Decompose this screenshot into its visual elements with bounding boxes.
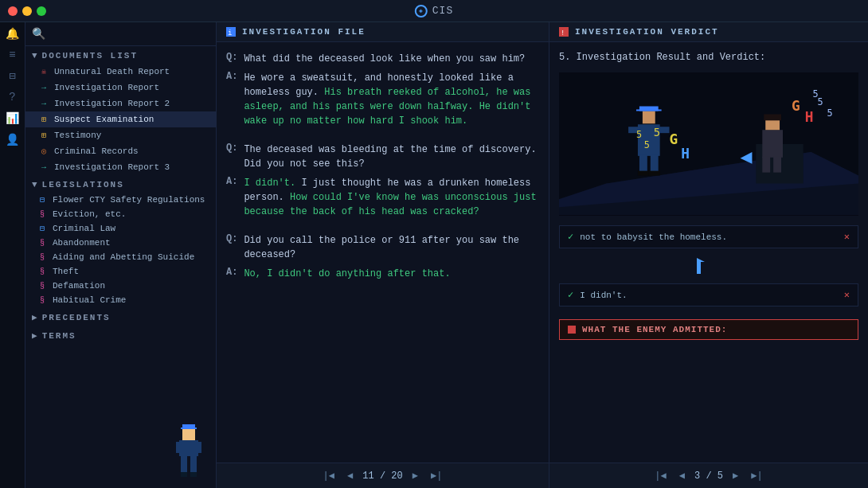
leg-label-defamation: Defamation xyxy=(53,281,105,291)
section-icon-defamation: § xyxy=(37,282,48,291)
legislations-section-header: ▼ LEGISLATIONS xyxy=(25,175,216,193)
svg-rect-30 xyxy=(764,114,781,120)
verdict-header-icon: ! xyxy=(559,27,569,37)
verdict-nav-first[interactable]: |◀ xyxy=(651,468,669,483)
bell-icon: 🔔 xyxy=(6,27,19,41)
check-icon-2: ✓ xyxy=(568,289,573,301)
svg-text:5: 5 xyxy=(654,126,660,139)
leg-label-aiding: Aiding and Abetting Suicide xyxy=(53,252,194,262)
investigation-verdict-header: ! INVESTIGATION VERDICT xyxy=(549,22,868,42)
filter-icon: ⊟ xyxy=(9,69,15,83)
sidebar-item-theft[interactable]: § Theft xyxy=(25,264,216,279)
nav-separator: / xyxy=(380,470,391,482)
nav-last-button[interactable]: ▶| xyxy=(428,468,445,483)
title-bar: ◈ CIS xyxy=(0,0,868,22)
svg-rect-25 xyxy=(638,171,649,176)
sidebar-label-inv1: Investigation Report xyxy=(54,83,159,92)
doc-icon-suspect: ⊞ xyxy=(38,115,49,124)
sidebar-item-aiding[interactable]: § Aiding and Abetting Suicide xyxy=(25,250,216,264)
question-3: Q: Did you call the police or 911 after … xyxy=(226,233,539,262)
sidebar-search[interactable]: 🔍 xyxy=(25,22,216,46)
sidebar-item-flower-cty[interactable]: ⊟ Flower CTY Safety Regulations xyxy=(25,193,216,207)
a-text-1: He wore a sweatsuit, and honestly looked… xyxy=(244,71,539,128)
terms-section-header[interactable]: ▶ TERMS xyxy=(25,326,216,344)
sidebar-item-suspect-exam[interactable]: ⊞ Suspect Examination xyxy=(25,111,216,127)
investigation-verdict-panel: ! INVESTIGATION VERDICT 5. Investigation… xyxy=(549,22,868,488)
doc-icon-criminal: ◎ xyxy=(38,146,49,156)
pixel-art-scene: G H 5 5 5 G H 5 5 5 xyxy=(559,72,858,216)
leg-arrow-icon: ▼ xyxy=(32,180,39,189)
question-2: Q: The deceased was bleeding at the time… xyxy=(226,142,539,171)
sidebar-item-criminal-law[interactable]: ⊟ Criminal Law xyxy=(25,221,216,236)
investigation-file-title: INVESTIGATION FILE xyxy=(242,27,366,37)
verdict-items-list: ✓ not to babysit the homeless. ✕ ✓ I did… xyxy=(559,225,858,340)
nav-next-button[interactable]: ▶ xyxy=(409,468,421,483)
svg-rect-23 xyxy=(639,155,647,173)
help-icon: ? xyxy=(9,91,15,103)
verdict-nav-last[interactable]: ▶| xyxy=(748,468,765,483)
svg-text:5: 5 xyxy=(827,107,832,119)
close-button[interactable] xyxy=(8,6,18,16)
svg-rect-31 xyxy=(762,157,770,173)
svg-marker-44 xyxy=(697,258,705,274)
doc-icon-unnatural: ☠ xyxy=(38,67,49,76)
verdict-nav: |◀ ◀ 3 / 5 ▶ ▶| xyxy=(549,463,868,488)
doc-icon-inv2: → xyxy=(38,100,49,108)
section-icon-habitual: § xyxy=(37,296,48,305)
minimize-button[interactable] xyxy=(22,6,32,16)
sidebar-item-inv-report2[interactable]: → Investigation Report 2 xyxy=(25,96,216,111)
svg-text:5: 5 xyxy=(813,88,819,100)
enemy-icon xyxy=(568,326,576,334)
verdict-item-2: ✓ I didn't. ✕ xyxy=(559,283,858,306)
investigation-verdict-title: INVESTIGATION VERDICT xyxy=(575,27,719,37)
svg-rect-28 xyxy=(762,130,783,158)
sidebar-item-inv-report[interactable]: → Investigation Report xyxy=(25,80,216,96)
sidebar-item-eviction[interactable]: § Eviction, etc. xyxy=(25,207,216,221)
section-icon-eviction: § xyxy=(37,210,48,219)
main-layout: 🔔 ≡ ⊟ ? 📊 👤 🔍 ▼ DOCUMENTS LIST ☠ Unnatur… xyxy=(0,22,868,488)
documents-arrow-icon: ▼ xyxy=(32,51,39,61)
sidebar-item-defamation[interactable]: § Defamation xyxy=(25,279,216,293)
leg-label-criminal-law: Criminal Law xyxy=(53,224,115,233)
verdict-nav-prev[interactable]: ◀ xyxy=(676,468,688,483)
doc-icon-inv1: → xyxy=(38,84,49,92)
leg-label-habitual: Habitual Crime xyxy=(53,295,126,305)
doc-icon-testimony: ⊞ xyxy=(38,131,49,140)
sidebar-label-inv3: Investigation Report 3 xyxy=(54,162,170,172)
q-label-3: Q: xyxy=(226,233,237,262)
cursor-area xyxy=(559,255,858,277)
leg-label-abandonment: Abandonment xyxy=(53,238,111,248)
sidebar-item-inv-report3[interactable]: → Investigation Report 3 xyxy=(25,159,216,175)
remove-verdict-2-button[interactable]: ✕ xyxy=(844,289,850,301)
svg-text:!: ! xyxy=(561,29,565,37)
remove-verdict-1-button[interactable]: ✕ xyxy=(844,231,850,243)
precedents-label: PRECEDENTS xyxy=(42,313,111,322)
sidebar-item-unnatural-death[interactable]: ☠ Unnatural Death Report xyxy=(25,64,216,80)
precedents-section-header[interactable]: ▶ PRECEDENTS xyxy=(25,307,216,326)
svg-text:H: H xyxy=(681,145,690,162)
window-controls[interactable] xyxy=(8,6,46,16)
maximize-button[interactable] xyxy=(37,6,46,16)
sidebar-item-abandonment[interactable]: § Abandonment xyxy=(25,236,216,250)
documents-section-label: DOCUMENTS LIST xyxy=(42,51,138,61)
leg-label-eviction: Eviction, etc. xyxy=(53,209,126,219)
verdict-nav-next[interactable]: ▶ xyxy=(729,468,741,483)
terms-arrow-icon: ▶ xyxy=(32,330,39,341)
sidebar-item-habitual[interactable]: § Habitual Crime xyxy=(25,293,216,307)
investigation-file-panel: i INVESTIGATION FILE Q: What did the dec… xyxy=(217,22,549,488)
sidebar-item-criminal-records[interactable]: ◎ Criminal Records xyxy=(25,143,216,159)
app-title-text: CIS xyxy=(432,5,453,17)
sidebar-label-testimony: Testimony xyxy=(54,131,101,140)
q-text-2: The deceased was bleeding at the time of… xyxy=(244,142,539,171)
sidebar-item-testimony[interactable]: ⊞ Testimony xyxy=(25,127,216,143)
enemy-admitted-label: What the Enemy Admitted: xyxy=(582,325,727,334)
svg-rect-8 xyxy=(181,472,187,477)
nav-first-button[interactable]: |◀ xyxy=(320,468,338,483)
app-icon: ◈ xyxy=(415,5,428,18)
nav-prev-button[interactable]: ◀ xyxy=(344,468,356,483)
scene-svg: G H 5 5 5 G H 5 5 5 xyxy=(559,72,858,216)
svg-rect-3 xyxy=(179,440,198,456)
svg-rect-4 xyxy=(176,442,181,453)
folder-icon-flower: ⊟ xyxy=(37,195,48,205)
svg-rect-26 xyxy=(649,171,660,176)
